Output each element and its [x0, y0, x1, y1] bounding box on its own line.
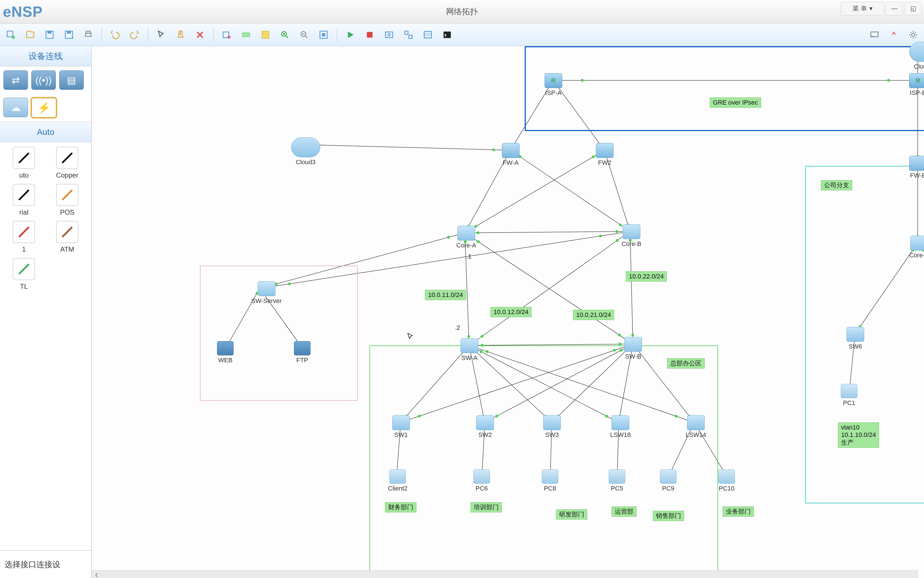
annotation-tag[interactable]: 10.0.11.0/24 [425, 290, 466, 300]
pc-icon[interactable] [841, 384, 858, 398]
pc-icon[interactable] [718, 469, 735, 484]
link[interactable] [510, 80, 553, 150]
connection-type-uto[interactable]: uto [5, 147, 43, 179]
annotation-tag[interactable]: 10.0.22.0/24 [626, 271, 667, 282]
restore-button[interactable]: ◱ [905, 2, 922, 15]
settings-icon[interactable] [906, 28, 921, 42]
link[interactable] [617, 422, 619, 477]
connection-type-pos[interactable]: POS [48, 184, 87, 216]
link[interactable] [633, 344, 694, 422]
zoom-in-icon[interactable] [277, 28, 292, 42]
huawei-logo-icon[interactable] [887, 28, 901, 42]
link[interactable] [396, 422, 401, 477]
sw-icon[interactable] [687, 415, 705, 430]
cloud-category-icon[interactable]: ☁ [3, 98, 28, 117]
text-box-icon[interactable] [239, 28, 254, 42]
annotation-tag[interactable]: 业务部门 [723, 507, 754, 517]
save-as-icon[interactable]: + [61, 28, 76, 42]
annotation-tag[interactable]: 培训部门 [471, 502, 502, 513]
router-icon[interactable] [909, 73, 924, 88]
horizontal-scrollbar[interactable] [92, 570, 918, 578]
sw-icon[interactable] [910, 236, 924, 250]
pointer-icon[interactable] [154, 28, 168, 42]
connection-type-copper[interactable]: Copper [48, 147, 87, 179]
link[interactable] [260, 231, 630, 289]
annotation-tag[interactable]: GRE over IPsec [710, 97, 761, 108]
link[interactable] [482, 422, 485, 477]
annotation-tag[interactable]: 财务部门 [385, 502, 416, 513]
link[interactable] [918, 243, 924, 334]
link[interactable] [469, 346, 619, 422]
link[interactable] [668, 422, 694, 477]
link[interactable] [226, 289, 260, 348]
router-category-icon[interactable]: ⇄ [3, 70, 28, 90]
delete-icon[interactable] [193, 28, 207, 42]
stop-icon[interactable] [362, 28, 377, 42]
link[interactable] [510, 150, 630, 231]
new-topo-icon[interactable] [3, 28, 18, 42]
link[interactable] [465, 231, 630, 233]
annotation-tag[interactable]: 运营部 [612, 507, 637, 517]
wireless-category-icon[interactable]: ((•)) [31, 70, 56, 90]
save-icon[interactable] [42, 28, 57, 42]
message-icon[interactable] [867, 28, 882, 42]
sw-icon[interactable] [458, 226, 475, 240]
pc-icon[interactable] [609, 469, 625, 484]
sw-icon[interactable] [625, 337, 642, 352]
link[interactable] [485, 344, 633, 422]
annotation-tag[interactable]: 公司分支 [821, 180, 852, 190]
sw-icon[interactable] [461, 338, 478, 353]
remove-config-icon[interactable] [219, 28, 234, 42]
menu-button[interactable]: 菜 单▾ [841, 2, 884, 15]
scroll-left-icon[interactable] [94, 572, 100, 578]
zoom-out-icon[interactable] [297, 28, 312, 42]
capture-icon[interactable] [382, 28, 396, 42]
open-icon[interactable] [23, 28, 37, 42]
devices-icon[interactable] [401, 28, 416, 42]
link[interactable] [465, 150, 604, 233]
terminal-icon[interactable] [440, 28, 455, 42]
fw-icon[interactable] [909, 156, 924, 171]
link[interactable] [299, 144, 510, 150]
sw-icon[interactable] [612, 415, 629, 430]
fit-view-icon[interactable] [316, 28, 331, 42]
link[interactable] [630, 231, 633, 344]
sw-icon[interactable] [258, 281, 275, 296]
link[interactable] [469, 346, 694, 422]
link[interactable] [465, 233, 469, 346]
link[interactable] [550, 422, 552, 477]
fw-icon[interactable] [596, 143, 613, 158]
sw-icon[interactable] [392, 415, 410, 430]
annotation-tag[interactable]: 研发部门 [556, 509, 587, 520]
pc-icon[interactable] [660, 469, 676, 484]
sw-icon[interactable] [846, 327, 864, 342]
link[interactable] [469, 346, 485, 422]
firewall-category-icon[interactable]: ▤ [59, 70, 84, 90]
connection-category-icon[interactable]: ⚡ [31, 98, 57, 118]
redo-icon[interactable] [127, 28, 142, 42]
fw-icon[interactable] [502, 143, 519, 158]
link[interactable] [465, 150, 510, 233]
palette-icon[interactable] [258, 28, 273, 42]
link[interactable] [260, 233, 465, 289]
annotation-tag[interactable]: 销售部门 [653, 511, 684, 521]
connection-type-1[interactable]: 1 [5, 221, 43, 253]
link[interactable] [469, 346, 552, 422]
sw-icon[interactable] [623, 224, 640, 239]
annotation-tag[interactable]: vlan10 10.1.10.0/24 生产 [838, 422, 879, 448]
annotation-tag[interactable]: 总部办公区 [667, 358, 705, 369]
link[interactable] [469, 344, 633, 346]
print-icon[interactable] [81, 28, 96, 42]
start-icon[interactable] [343, 28, 358, 42]
link[interactable] [850, 334, 855, 391]
link[interactable] [465, 233, 633, 344]
link[interactable] [694, 422, 727, 477]
connection-type-tl[interactable]: TL [5, 258, 43, 291]
link[interactable] [855, 243, 918, 334]
router-icon[interactable] [545, 73, 562, 88]
pc-icon[interactable] [542, 469, 558, 484]
sw-icon[interactable] [476, 415, 494, 430]
pc-icon[interactable] [389, 469, 406, 484]
annotation-tag[interactable]: 10.0.21.0/24 [573, 310, 614, 320]
undo-icon[interactable] [108, 28, 123, 42]
